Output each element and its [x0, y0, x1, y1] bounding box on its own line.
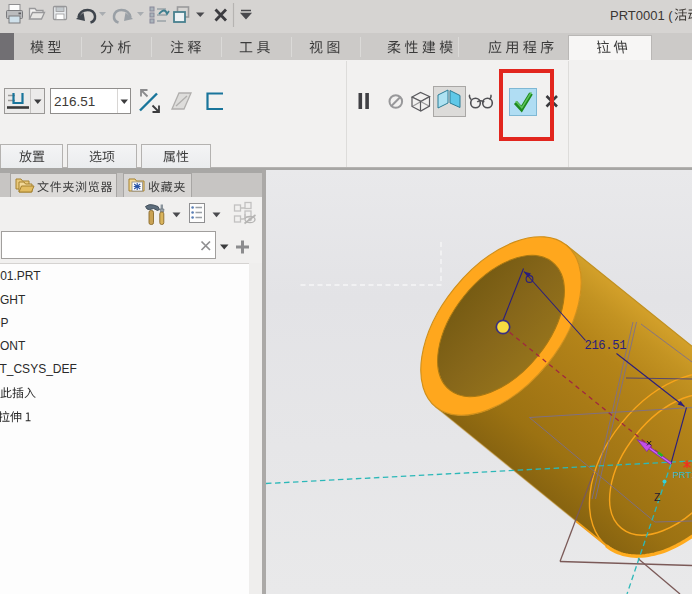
svg-text:Z: Z — [654, 491, 661, 503]
svg-text:PRT1: PRT1 — [673, 469, 692, 480]
svg-text:216.51: 216.51 — [585, 339, 627, 353]
